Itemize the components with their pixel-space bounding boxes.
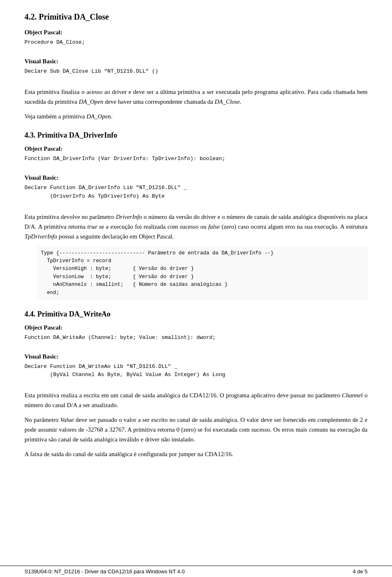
para-da-close-1: Esta primitiva finaliza o acesso ao driv… [24, 87, 368, 107]
type-block-driverinfo: Type {---------------------------- Parâm… [37, 246, 368, 300]
visual-basic-da-close: Visual Basic: Declare Sub DA_Close Lib "… [24, 58, 368, 76]
label-object-pascal-2: Object Pascal: [24, 145, 368, 152]
label-visual-basic-1: Visual Basic: [24, 58, 368, 65]
heading-da-driverinfo: 4.3. Primitiva DA_DriverInfo [24, 131, 368, 140]
footer-right: 4 de 5 [353, 568, 368, 575]
page-content: 4.2. Primitiva DA_Close Object Pascal: P… [0, 0, 392, 559]
para-da-writeao-2: No parâmetro Value deve ser passado o va… [24, 415, 368, 444]
code-visual-basic-2: Declare Function DA_DriverInfo Lib "NT_D… [24, 184, 368, 200]
visual-basic-da-driverinfo: Visual Basic: Declare Function DA_Driver… [24, 174, 368, 200]
object-pascal-da-driverinfo: Object Pascal: Function DA_DriverInfo (V… [24, 145, 368, 163]
code-visual-basic-1: Declare Sub DA_Close Lib "NT_D1216.DLL" … [24, 67, 368, 76]
visual-basic-da-writeao: Visual Basic: Declare Function DA_WriteA… [24, 353, 368, 379]
object-pascal-da-close: Object Pascal: Procedure DA_Close; [24, 29, 368, 47]
page-footer: S139U04-0: NT_D1216 - Driver da CDA12/16… [0, 566, 392, 577]
code-object-pascal-1: Procedure DA_Close; [24, 38, 368, 47]
heading-da-writeao: 4.4. Primitiva DA_WriteAo [24, 310, 368, 319]
label-object-pascal-3: Object Pascal: [24, 324, 368, 331]
code-visual-basic-3: Declare Function DA_WriteAo Lib "NT_D121… [24, 363, 368, 379]
label-object-pascal-1: Object Pascal: [24, 29, 368, 36]
para-da-driverinfo-1: Esta primitiva devolve no parâmetro Driv… [24, 212, 368, 241]
para-da-writeao-1: Esta primitiva realiza a escrita em um c… [24, 390, 368, 410]
code-object-pascal-2: Function DA_DriverInfo (Var DriverInfo: … [24, 155, 368, 163]
footer-left: S139U04-0: NT_D1216 - Driver da CDA12/16… [24, 568, 185, 575]
section-da-driverinfo: 4.3. Primitiva DA_DriverInfo Object Pasc… [24, 131, 368, 300]
label-visual-basic-2: Visual Basic: [24, 174, 368, 181]
label-visual-basic-3: Visual Basic: [24, 353, 368, 360]
object-pascal-da-writeao: Object Pascal: Function DA_WriteAo (Chan… [24, 324, 368, 342]
section-da-close: 4.2. Primitiva DA_Close Object Pascal: P… [24, 12, 368, 121]
section-da-writeao: 4.4. Primitiva DA_WriteAo Object Pascal:… [24, 310, 368, 459]
para-da-close-2: Veja também a primitiva DA_Open. [24, 111, 368, 121]
para-da-writeao-3: A faixa de saída do canal de saída analó… [24, 449, 368, 459]
code-object-pascal-3: Function DA_WriteAo (Channel: byte; Valu… [24, 334, 368, 342]
heading-da-close: 4.2. Primitiva DA_Close [24, 12, 368, 22]
